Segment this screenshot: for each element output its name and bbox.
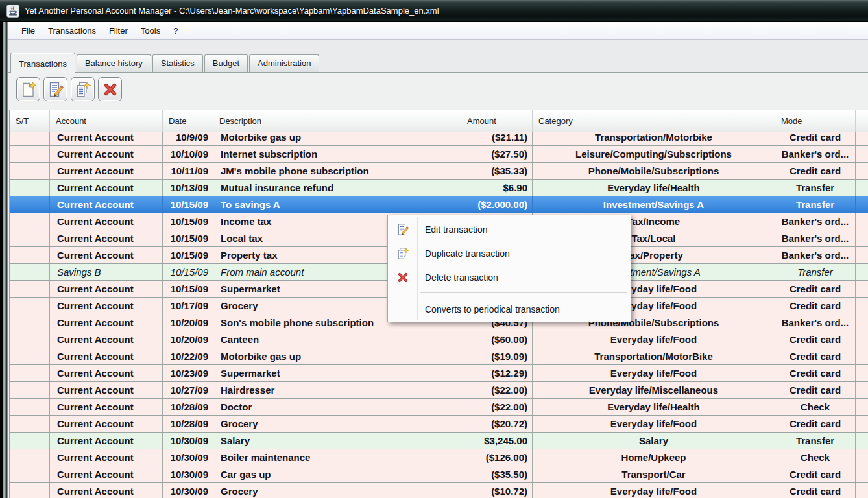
cell-category: Everyday life/Health (533, 399, 775, 415)
cell-overflow (856, 331, 868, 348)
cell-description: To savings A (213, 196, 461, 213)
table-row[interactable]: Current Account10/9/09Motorbike gas up($… (10, 132, 868, 146)
table-header: S/TAccountDateDescriptionAmountCategoryM… (10, 110, 868, 132)
cell-description: Doctor (213, 399, 461, 415)
cell-description: Grocery (213, 416, 461, 432)
cell-st (10, 331, 50, 348)
tab-administration[interactable]: Administration (249, 54, 319, 72)
tab-statistics[interactable]: Statistics (152, 54, 203, 72)
cell-amount: ($27.50) (461, 146, 533, 162)
cell-account: Current Account (50, 348, 163, 364)
cell-overflow (856, 196, 868, 213)
cell-overflow (856, 449, 868, 466)
column-header-date[interactable]: Date (163, 110, 213, 132)
cell-description: Hairdresser (213, 382, 461, 398)
context-menu-item-label: Converts to periodical transaction (425, 304, 560, 314)
column-header-s-t[interactable]: S/T (10, 110, 50, 132)
context-menu-item-label: Edit transaction (425, 224, 488, 235)
cell-st (10, 264, 50, 280)
menu-tools[interactable]: Tools (134, 23, 167, 38)
cell-mode: Credit card (775, 331, 856, 348)
table-row[interactable]: Current Account10/11/09JM's mobile phone… (10, 163, 868, 180)
context-menu-item-delete-transaction[interactable]: Delete transaction (388, 265, 631, 289)
column-header-amount[interactable]: Amount (461, 110, 533, 132)
window-title: Yet Another Personal Account Manager - C… (25, 6, 439, 16)
context-menu-item-converts-to-periodical-transaction[interactable]: Converts to periodical transaction (388, 297, 631, 321)
menu-help[interactable]: ? (167, 23, 184, 38)
cell-date: 10/11/09 (163, 163, 213, 179)
cell-overflow (856, 382, 868, 398)
context-menu-item-edit-transaction[interactable]: Edit transaction (388, 217, 631, 241)
cell-mode: Credit card (775, 382, 856, 398)
menu-transactions[interactable]: Transactions (42, 23, 102, 38)
table-row[interactable]: Current Account10/22/09Motorbike gas up(… (10, 348, 868, 365)
table-row[interactable]: Current Account10/20/09Canteen($60.00)Ev… (10, 331, 868, 348)
cell-amount: ($22.00) (461, 399, 533, 415)
cell-account: Current Account (50, 399, 163, 415)
cell-account: Current Account (50, 416, 163, 432)
duplicate-transaction-button[interactable] (71, 77, 95, 101)
delete-transaction-button[interactable] (98, 77, 122, 101)
cell-description: Internet subscription (213, 146, 461, 162)
table-row[interactable]: Current Account10/15/09To savings A($2.0… (10, 196, 868, 213)
cell-account: Current Account (50, 365, 163, 381)
table-row[interactable]: Current Account10/23/09Supermarket($12.2… (10, 365, 868, 382)
cell-overflow (856, 433, 868, 449)
menu-file[interactable]: File (15, 23, 42, 38)
tab-balance-history[interactable]: Balance history (77, 54, 151, 72)
new-transaction-button[interactable] (16, 77, 40, 101)
cell-st (10, 180, 50, 196)
cell-st (10, 247, 50, 263)
cell-overflow (856, 146, 868, 162)
cell-overflow (856, 213, 868, 230)
column-header-mode[interactable]: Mode (775, 110, 856, 132)
cell-category: Leisure/Computing/Subscriptions (533, 146, 775, 162)
cell-st (10, 483, 50, 498)
column-header-description[interactable]: Description (213, 110, 461, 132)
tab-transactions[interactable]: Transactions (10, 53, 75, 73)
column-header-account[interactable]: Account (50, 110, 163, 132)
cell-amount: ($22.00) (461, 382, 533, 398)
table-row[interactable]: Current Account10/30/09Grocery($10.72)Ev… (10, 483, 868, 498)
cell-category: Everyday life/Health (533, 180, 775, 196)
cell-description: JM's mobile phone subscription (213, 163, 461, 179)
cell-account: Current Account (50, 433, 163, 449)
table-row[interactable]: Current Account10/27/09Hairdresser($22.0… (10, 382, 868, 399)
column-header-category[interactable]: Category (533, 110, 775, 132)
column-header-overflow[interactable] (856, 110, 868, 132)
table-row[interactable]: Current Account10/30/09Salary$3,245.00Sa… (10, 433, 868, 449)
menu-filter[interactable]: Filter (102, 23, 134, 38)
table-row[interactable]: Current Account10/28/09Grocery($20.72)Ev… (10, 416, 868, 433)
cell-account: Current Account (50, 247, 163, 263)
context-menu-item-duplicate-transaction[interactable]: Duplicate transaction (388, 241, 631, 265)
title-bar[interactable]: Yet Another Personal Account Manager - C… (0, 0, 868, 22)
cell-mode: Credit card (775, 365, 856, 381)
cell-st (10, 132, 50, 145)
java-cup-icon (6, 5, 19, 18)
cell-account: Current Account (50, 196, 163, 213)
new-transaction-icon (20, 81, 37, 98)
cell-account: Current Account (50, 132, 163, 145)
table-row[interactable]: Current Account10/30/09Car gas up($35.50… (10, 466, 868, 483)
table-row[interactable]: Current Account10/10/09Internet subscrip… (10, 146, 868, 163)
cell-date: 10/30/09 (163, 433, 213, 449)
table-row[interactable]: Current Account10/28/09Doctor($22.00)Eve… (10, 399, 868, 416)
edit-transaction-button[interactable] (43, 77, 67, 101)
cell-category: Home/Upkeep (533, 449, 775, 466)
cell-description: Grocery (213, 483, 461, 498)
cell-overflow (856, 163, 868, 179)
table-row[interactable]: Current Account10/13/09Mutual insurance … (10, 180, 868, 196)
cell-description: Mutual insurance refund (213, 180, 461, 196)
cell-overflow (856, 264, 868, 280)
cell-account: Current Account (50, 213, 163, 230)
cell-account: Current Account (50, 382, 163, 398)
cell-description: Motorbike gas up (213, 132, 461, 145)
cell-date: 10/23/09 (163, 365, 213, 381)
cell-mode: Credit card (775, 281, 856, 297)
table-row[interactable]: Current Account10/30/09Boiler maintenanc… (10, 449, 868, 466)
cell-description: Salary (213, 433, 461, 449)
cell-date: 10/30/09 (163, 483, 213, 498)
cell-st (10, 163, 50, 179)
tab-budget[interactable]: Budget (204, 54, 248, 72)
edit-transaction-icon (47, 81, 64, 98)
